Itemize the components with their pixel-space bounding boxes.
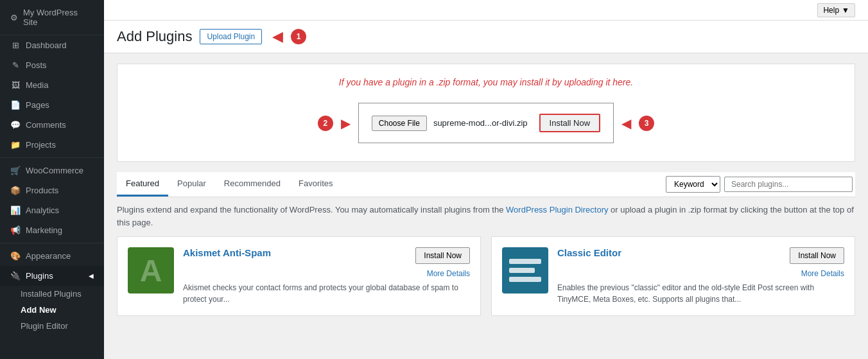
- classic-editor-description: Enables the previous "classic" editor an…: [557, 282, 844, 305]
- sidebar-item-analytics[interactable]: 📊 Analytics: [0, 200, 104, 220]
- akismet-info: Akismet Anti-Spam Install Now More Detai…: [183, 247, 470, 305]
- sidebar-item-products[interactable]: 📦 Products: [0, 180, 104, 200]
- sidebar-item-label: Comments: [26, 120, 66, 130]
- classic-editor-name: Classic Editor: [557, 247, 621, 258]
- page-header: Add Plugins Upload Plugin ◀ 1: [104, 21, 868, 53]
- tabs-right: Keyword: [666, 176, 855, 193]
- upload-area: If you have a plugin in a .zip format, y…: [117, 64, 855, 162]
- arrow-2-icon: ▶: [341, 116, 351, 131]
- akismet-icon: A: [128, 247, 174, 293]
- akismet-header: Akismet Anti-Spam Install Now More Detai…: [183, 247, 470, 278]
- help-button[interactable]: Help ▼: [817, 3, 855, 17]
- akismet-description: Akismet checks your contact forms and pr…: [183, 282, 470, 305]
- classic-line-1: [509, 259, 541, 264]
- woocommerce-icon: 🛒: [10, 166, 21, 175]
- tab-favorites[interactable]: Favorites: [290, 172, 342, 197]
- sidebar-item-label: Media: [26, 80, 48, 90]
- sidebar-sub-plugin-editor[interactable]: Plugin Editor: [21, 318, 104, 334]
- help-label: Help: [823, 6, 839, 15]
- classic-line-2: [509, 268, 535, 273]
- sidebar-item-label: WooCommerce: [26, 166, 83, 175]
- sidebar-item-woocommerce[interactable]: 🛒 WooCommerce: [0, 161, 104, 180]
- sidebar-sub-add-new[interactable]: Add New: [21, 302, 104, 318]
- site-name: My WordPress Site: [23, 8, 94, 27]
- sidebar-item-comments[interactable]: 💬 Comments: [0, 115, 104, 135]
- desc-before-link: Plugins extend and expand the functional…: [117, 205, 506, 215]
- tab-popular[interactable]: Popular: [168, 172, 215, 197]
- sidebar-logo: ⚙ My WordPress Site: [0, 0, 104, 35]
- products-icon: 📦: [10, 186, 21, 195]
- sidebar-item-label: Plugins: [26, 271, 53, 281]
- file-name-display: supreme-mod...or-divi.zip: [433, 118, 528, 128]
- sidebar-item-label: Marketing: [26, 225, 62, 235]
- sidebar-item-label: Appearance: [26, 251, 71, 261]
- plugin-card-akismet: A Akismet Anti-Spam Install Now More Det…: [117, 236, 481, 316]
- sidebar: ⚙ My WordPress Site ⊞ Dashboard ✎ Posts …: [0, 0, 104, 359]
- sidebar-item-label: Pages: [26, 100, 49, 110]
- akismet-more-details-link[interactable]: More Details: [427, 269, 470, 278]
- search-filter-select[interactable]: Keyword: [666, 176, 720, 193]
- sidebar-item-label: Dashboard: [26, 40, 67, 50]
- sidebar-item-label: Analytics: [26, 206, 59, 215]
- classic-line-3: [509, 277, 541, 282]
- analytics-icon: 📊: [10, 206, 21, 215]
- media-icon: 🖼: [10, 80, 21, 90]
- classic-editor-header: Classic Editor Install Now More Details: [557, 247, 844, 278]
- sidebar-item-pages[interactable]: 📄 Pages: [0, 95, 104, 115]
- plugin-description-text: Plugins extend and expand the functional…: [117, 204, 855, 229]
- sidebar-item-projects[interactable]: 📁 Projects: [0, 135, 104, 155]
- tab-recommended[interactable]: Recommended: [215, 172, 290, 197]
- classic-editor-info: Classic Editor Install Now More Details …: [557, 247, 844, 305]
- marketing-icon: 📢: [10, 225, 21, 235]
- classic-editor-btn-group: Install Now More Details: [790, 247, 844, 278]
- page-title: Add Plugins: [117, 28, 192, 45]
- projects-icon: 📁: [10, 140, 21, 150]
- tabs-bar: Featured Popular Recommended Favorites K…: [117, 172, 855, 197]
- plugins-icon: 🔌: [10, 271, 21, 281]
- wp-plugin-directory-link[interactable]: WordPress Plugin Directory: [506, 205, 608, 215]
- classic-editor-more-details-link[interactable]: More Details: [801, 269, 844, 278]
- topbar: Help ▼: [104, 0, 868, 21]
- posts-icon: ✎: [10, 60, 21, 70]
- sidebar-item-plugins[interactable]: 🔌 Plugins ◀: [0, 266, 104, 286]
- comments-icon: 💬: [10, 120, 21, 130]
- choose-file-button[interactable]: Choose File: [372, 116, 427, 131]
- search-input[interactable]: [724, 177, 853, 192]
- upload-instruction: If you have a plugin in a .zip format, y…: [130, 77, 842, 87]
- upload-plugin-button[interactable]: Upload Plugin: [200, 29, 262, 44]
- sidebar-item-media[interactable]: 🖼 Media: [0, 75, 104, 95]
- step-2-badge: 2: [318, 116, 333, 131]
- dashboard-icon: ⊞: [10, 40, 21, 50]
- sidebar-item-label: Posts: [26, 60, 47, 70]
- main-content: Help ▼ Add Plugins Upload Plugin ◀ 1 If …: [104, 0, 868, 359]
- chevron-left-icon: ◀: [89, 272, 94, 279]
- tabs-left: Featured Popular Recommended Favorites: [117, 172, 342, 197]
- akismet-name: Akismet Anti-Spam: [183, 247, 271, 258]
- akismet-btn-group: Install Now More Details: [415, 247, 470, 278]
- sidebar-divider-2: [0, 243, 104, 243]
- pages-icon: 📄: [10, 100, 21, 110]
- arrow-3-icon: ◀: [621, 116, 631, 131]
- classic-editor-install-button[interactable]: Install Now: [790, 247, 844, 264]
- akismet-install-button[interactable]: Install Now: [415, 247, 470, 264]
- install-now-button-upload[interactable]: Install Now: [539, 114, 601, 132]
- sidebar-item-posts[interactable]: ✎ Posts: [0, 55, 104, 75]
- sidebar-item-label: Projects: [26, 140, 56, 150]
- upload-form: Choose File supreme-mod...or-divi.zip In…: [358, 103, 614, 143]
- step-1-badge: 1: [291, 29, 306, 44]
- chevron-down-icon: ▼: [842, 6, 849, 15]
- sidebar-item-marketing[interactable]: 📢 Marketing: [0, 220, 104, 240]
- sidebar-item-appearance[interactable]: 🎨 Appearance: [0, 246, 104, 266]
- sidebar-sub-installed-plugins[interactable]: Installed Plugins: [21, 286, 104, 302]
- plugin-card-classic-editor: Classic Editor Install Now More Details …: [491, 236, 855, 316]
- plugins-submenu: Installed Plugins Add New Plugin Editor: [0, 286, 104, 334]
- wp-logo-icon: ⚙: [10, 13, 18, 22]
- appearance-icon: 🎨: [10, 251, 21, 261]
- classic-editor-icon: [502, 247, 548, 293]
- tab-featured[interactable]: Featured: [117, 172, 168, 197]
- arrow-right-icon: ◀: [272, 28, 283, 45]
- plugins-grid: A Akismet Anti-Spam Install Now More Det…: [117, 236, 855, 316]
- step-3-badge: 3: [639, 116, 654, 131]
- sidebar-item-label: Products: [26, 186, 58, 195]
- sidebar-item-dashboard[interactable]: ⊞ Dashboard: [0, 35, 104, 55]
